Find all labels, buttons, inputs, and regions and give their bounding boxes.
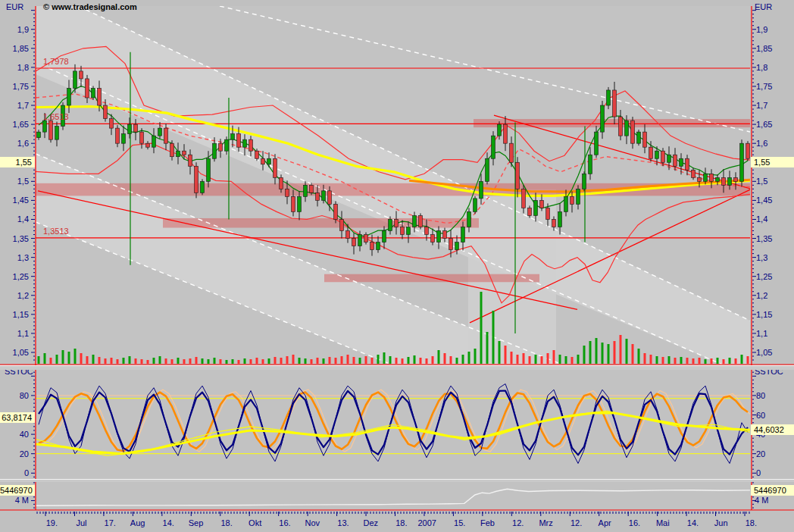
candle-body <box>249 139 253 151</box>
candle-body <box>55 127 59 140</box>
volume-bar <box>153 358 155 364</box>
x-axis-date-label: Jun <box>704 518 728 527</box>
volume-bar <box>505 346 507 364</box>
stoch-tick-label-left: 20 <box>0 449 29 458</box>
candle-body <box>49 120 53 139</box>
price-tick-label-right: 1,4 <box>756 214 767 224</box>
candle-body <box>649 147 653 158</box>
main-pane[interactable] <box>36 6 752 365</box>
volume-bar <box>202 358 204 364</box>
candle-body <box>134 124 138 132</box>
candle-body <box>213 143 217 158</box>
volume-gridline-label-left: 4 M <box>0 496 29 505</box>
volume-bar <box>250 359 252 364</box>
volume-bar <box>274 357 277 364</box>
volume-bar <box>165 358 167 364</box>
candle-body <box>67 88 71 105</box>
candle-body <box>225 139 229 151</box>
volume-bar <box>650 355 652 364</box>
candle-body <box>340 219 344 230</box>
volume-bar <box>244 358 246 364</box>
candle-body <box>486 158 489 181</box>
candle-body <box>201 181 205 192</box>
candle-body <box>298 196 302 211</box>
x-axis-date-label: 12. <box>558 518 582 527</box>
volume-bar <box>286 356 289 364</box>
volume-bar <box>208 359 210 364</box>
candle-body <box>504 124 508 143</box>
chart-canvas[interactable] <box>0 0 794 532</box>
stoch-value-box-left: 63,8174 <box>0 412 35 423</box>
volume-bar <box>62 350 64 364</box>
price-tick-label-left: 1,1 <box>0 329 29 338</box>
volume-bar <box>232 359 234 364</box>
volume-bar <box>492 311 495 364</box>
volume-bar <box>420 358 422 364</box>
x-axis-date-label: 14. <box>674 518 699 527</box>
x-axis-date-label: 17. <box>92 518 116 527</box>
candle-body <box>195 166 198 192</box>
pane-splitter-1[interactable] <box>0 365 794 370</box>
price-tick-label-right: 1,9 <box>756 25 767 34</box>
price-tick-label-right: 1,7 <box>756 101 767 110</box>
volume-bar <box>608 344 610 364</box>
price-tick-label-left: 1,5 <box>0 177 29 186</box>
price-tick-label-right: 1,2 <box>756 291 767 300</box>
price-tick-label-left: 1,6 <box>0 139 29 148</box>
volume-bar <box>371 358 374 364</box>
volume-line-pane[interactable] <box>36 482 750 509</box>
candle-body <box>522 189 526 208</box>
volume-bar <box>171 359 173 364</box>
volume-bar <box>559 355 561 364</box>
volume-bar <box>414 355 416 364</box>
volume-bar <box>329 357 331 364</box>
stoch-tick-label-left: 0 <box>0 468 29 477</box>
candle-body <box>328 191 332 205</box>
volume-bar <box>432 356 434 364</box>
price-tick-label-left: 1,2 <box>0 291 29 300</box>
x-axis-date-label: 2007 <box>412 518 436 527</box>
candle-body <box>92 88 95 98</box>
price-tick-label-right: 1,8 <box>756 63 767 72</box>
volume-bar <box>395 358 398 364</box>
volume-bar <box>656 356 658 364</box>
volume-bar <box>135 358 137 364</box>
volume-bar <box>456 358 458 364</box>
candle-body <box>286 189 289 196</box>
candle-body <box>480 181 483 199</box>
candle-body <box>583 174 586 189</box>
candle-body <box>449 239 453 250</box>
volume-gridline-label-right: 4 M <box>755 496 768 505</box>
stochastic-pane[interactable] <box>36 370 751 479</box>
candle-body <box>37 132 41 138</box>
level-price-label: 1,6513 <box>43 112 69 121</box>
volume-bar <box>626 339 628 364</box>
candle-body <box>304 185 308 196</box>
volume-bar <box>377 355 380 364</box>
candle-body <box>104 105 108 119</box>
pane-splitter-2[interactable] <box>0 479 794 482</box>
volume-bar <box>662 357 664 364</box>
candle-body <box>43 120 47 132</box>
candle-body <box>692 170 696 177</box>
volume-bar <box>92 355 95 364</box>
volume-value-box-right: 5446970 <box>751 485 794 496</box>
volume-bar <box>111 358 113 364</box>
x-axis-date-label: Mai <box>646 518 670 527</box>
volume-bar <box>686 358 689 364</box>
volume-bar <box>80 353 83 364</box>
volume-bar <box>98 357 101 364</box>
volume-bar <box>705 359 707 364</box>
volume-bar <box>644 353 646 364</box>
x-axis-date-label: 19. <box>33 518 58 527</box>
volume-bar <box>462 355 464 364</box>
volume-bar <box>499 341 501 364</box>
volume-bar <box>596 338 598 364</box>
volume-bar <box>426 358 428 364</box>
x-axis-date-label: Nov <box>295 518 320 527</box>
support-resistance-zone <box>324 274 539 283</box>
volume-bar <box>668 356 671 364</box>
volume-bar <box>292 355 295 364</box>
volume-bar <box>220 359 222 364</box>
price-tick-label-left: 1,65 <box>0 120 29 129</box>
